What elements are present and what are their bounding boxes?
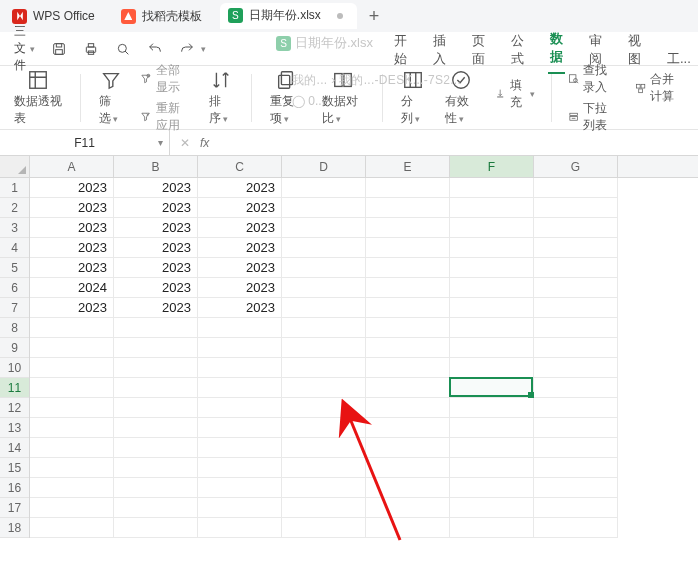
row-header[interactable]: 7 [0,298,29,318]
cell[interactable] [282,338,366,358]
cell[interactable] [366,258,450,278]
preview-button[interactable] [109,37,137,61]
cell[interactable] [30,458,114,478]
cell[interactable] [282,518,366,538]
row-header[interactable]: 13 [0,418,29,438]
pivot-button[interactable]: 数据透视表 [8,69,68,127]
cell[interactable] [450,518,534,538]
cell[interactable] [534,458,618,478]
cell[interactable] [198,358,282,378]
cell[interactable] [534,198,618,218]
dropdown-list-button[interactable]: 下拉列表 [568,100,619,134]
cell[interactable] [366,478,450,498]
cell[interactable] [114,438,198,458]
column-header[interactable]: E [366,156,450,177]
filter-button[interactable]: 筛选 [93,69,129,127]
name-box[interactable]: F11 ▾ [0,130,170,155]
cell[interactable] [450,198,534,218]
cancel-icon[interactable]: ✕ [180,136,190,150]
cell[interactable] [198,418,282,438]
cell[interactable] [282,278,366,298]
cell[interactable] [282,358,366,378]
cell[interactable] [30,358,114,378]
row-header[interactable]: 4 [0,238,29,258]
cell[interactable] [534,338,618,358]
cell[interactable] [282,298,366,318]
cell[interactable] [450,458,534,478]
row-header[interactable]: 2 [0,198,29,218]
cell[interactable]: 2023 [30,258,114,278]
cell[interactable] [282,258,366,278]
validation-button[interactable]: 有效性 [439,69,484,127]
cell[interactable]: 2023 [114,298,198,318]
cell[interactable] [282,378,366,398]
cell[interactable] [534,398,618,418]
cell[interactable] [534,498,618,518]
row-header[interactable]: 14 [0,438,29,458]
cell[interactable] [450,178,534,198]
cell[interactable] [30,498,114,518]
column-header[interactable]: G [534,156,618,177]
column-header[interactable]: B [114,156,198,177]
cell[interactable] [114,338,198,358]
cell[interactable] [282,218,366,238]
cell[interactable]: 2023 [198,218,282,238]
cell[interactable]: 2023 [114,278,198,298]
row-header[interactable]: 5 [0,258,29,278]
cell[interactable] [282,318,366,338]
cell[interactable] [30,418,114,438]
cell[interactable] [30,478,114,498]
row-header[interactable]: 16 [0,478,29,498]
print-button[interactable] [77,37,105,61]
save-button[interactable] [45,37,73,61]
cell[interactable] [282,458,366,478]
cell[interactable]: 2023 [30,238,114,258]
cell[interactable] [114,478,198,498]
cell[interactable] [450,438,534,458]
fx-icon[interactable]: fx [200,136,209,150]
row-header[interactable]: 3 [0,218,29,238]
new-tab-button[interactable]: + [361,6,388,27]
cell[interactable] [366,438,450,458]
cell[interactable] [450,478,534,498]
cell[interactable] [534,278,618,298]
duplicates-button[interactable]: 重复项 [264,69,309,127]
cell[interactable] [450,398,534,418]
cell[interactable] [450,498,534,518]
cell[interactable] [366,238,450,258]
cell[interactable] [534,258,618,278]
cell[interactable] [198,498,282,518]
cell[interactable] [450,298,534,318]
cell[interactable] [114,358,198,378]
undo-button[interactable] [141,37,169,61]
cell[interactable]: 2023 [198,238,282,258]
cell[interactable] [450,418,534,438]
cells-area[interactable]: 2023202320232023202320232023202320232023… [30,178,618,538]
cell[interactable] [282,418,366,438]
cell[interactable] [534,438,618,458]
cell[interactable]: 2023 [114,198,198,218]
cell[interactable]: 2023 [198,298,282,318]
redo-button[interactable] [173,37,201,61]
column-header[interactable]: A [30,156,114,177]
cell[interactable] [534,218,618,238]
cell[interactable] [282,478,366,498]
cell[interactable] [366,398,450,418]
row-header[interactable]: 15 [0,458,29,478]
cell[interactable]: 2023 [114,258,198,278]
cell[interactable] [198,318,282,338]
cell[interactable] [366,498,450,518]
cell[interactable] [198,458,282,478]
cell[interactable] [366,418,450,438]
cell[interactable]: 2023 [30,178,114,198]
cell[interactable] [534,418,618,438]
cell[interactable] [366,378,450,398]
column-header[interactable]: C [198,156,282,177]
cell[interactable] [366,518,450,538]
cell[interactable] [450,238,534,258]
cell[interactable] [30,378,114,398]
cell[interactable] [366,338,450,358]
cell[interactable]: 2024 [30,278,114,298]
cell[interactable] [282,438,366,458]
row-header[interactable]: 12 [0,398,29,418]
